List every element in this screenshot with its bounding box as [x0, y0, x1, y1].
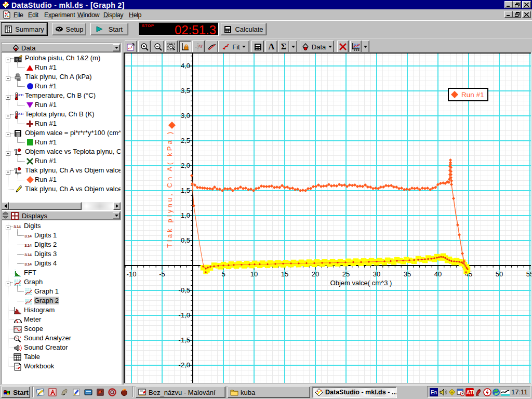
svg-text:-5: -5 — [159, 270, 165, 278]
svg-text:KTD: KTD — [18, 93, 23, 97]
svg-text:3.14: 3.14 — [14, 224, 21, 229]
svg-text:En: En — [431, 390, 437, 395]
svg-text:10: 10 — [250, 270, 258, 278]
svg-text:2,0: 2,0 — [181, 162, 190, 169]
svg-text:1,0: 1,0 — [181, 211, 190, 219]
svg-text:-2,0: -2,0 — [179, 361, 190, 369]
svg-text:3.14: 3.14 — [24, 252, 32, 257]
svg-text:3.14: 3.14 — [24, 262, 32, 266]
svg-text:0,5: 0,5 — [181, 236, 190, 244]
svg-text:4,0: 4,0 — [181, 62, 190, 70]
svg-text:15: 15 — [281, 270, 288, 278]
svg-text:3.14: 3.14 — [24, 243, 32, 247]
svg-text:-1,5: -1,5 — [179, 336, 190, 344]
svg-text:ATi: ATi — [467, 390, 474, 395]
svg-text:5: 5 — [221, 270, 225, 278]
svg-text:35: 35 — [404, 270, 411, 278]
svg-text:3,5: 3,5 — [181, 87, 190, 95]
svg-text:-10: -10 — [127, 270, 137, 278]
svg-text:Run #1: Run #1 — [461, 91, 484, 99]
svg-text:KTD: KTD — [18, 112, 23, 115]
svg-text:30: 30 — [373, 270, 380, 278]
svg-text:-1,0: -1,0 — [179, 311, 190, 319]
svg-text:50: 50 — [496, 270, 503, 278]
svg-text:-0,5: -0,5 — [179, 286, 190, 294]
svg-text:Objem valce( cm^3 ): Objem valce( cm^3 ) — [330, 279, 392, 287]
svg-text:20: 20 — [312, 270, 319, 278]
svg-text:3,0: 3,0 — [181, 112, 190, 119]
svg-text:2,5: 2,5 — [181, 137, 190, 144]
svg-text:25: 25 — [342, 270, 350, 278]
svg-text:55: 55 — [526, 270, 532, 278]
svg-text:3.14: 3.14 — [24, 234, 32, 238]
svg-text:40: 40 — [434, 270, 442, 278]
svg-text:1,5: 1,5 — [181, 187, 190, 194]
svg-text:xy: xy — [198, 44, 203, 48]
svg-text:y: y — [14, 167, 16, 170]
svg-text:y: y — [14, 148, 16, 151]
